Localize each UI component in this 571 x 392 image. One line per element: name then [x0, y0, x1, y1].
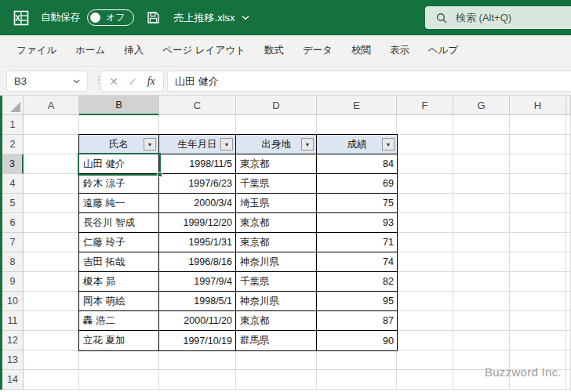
cell-C14[interactable]: [159, 370, 236, 390]
cell-F3[interactable]: [397, 154, 453, 174]
cell-H1[interactable]: [510, 115, 566, 135]
menu-tab-5[interactable]: データ: [293, 44, 342, 57]
cell-H3[interactable]: [510, 154, 566, 174]
row-header-3[interactable]: 3: [2, 154, 24, 174]
table-cell[interactable]: 1999/12/20: [159, 213, 236, 233]
table-header-3[interactable]: 成績▼: [317, 135, 397, 154]
cell-A1[interactable]: [24, 115, 79, 135]
menu-tab-6[interactable]: 校閲: [342, 44, 380, 57]
cell-C1[interactable]: [159, 115, 236, 135]
table-cell[interactable]: 神奈川県: [236, 292, 317, 311]
menu-tab-4[interactable]: 数式: [255, 44, 293, 57]
menu-tab-8[interactable]: ヘルプ: [419, 44, 467, 57]
cell-F4[interactable]: [397, 174, 453, 194]
cell-H6[interactable]: [510, 213, 566, 233]
filter-button[interactable]: ▼: [382, 138, 395, 151]
column-header-B[interactable]: B: [79, 96, 159, 115]
cell-F1[interactable]: [397, 115, 453, 135]
menu-tab-7[interactable]: 表示: [380, 44, 419, 57]
search-input[interactable]: [456, 12, 562, 24]
table-cell[interactable]: 千葉県: [236, 174, 317, 194]
menu-tab-2[interactable]: 挿入: [115, 44, 153, 57]
cell-F5[interactable]: [397, 194, 453, 213]
table-cell[interactable]: 75: [317, 194, 397, 213]
cell-G4[interactable]: [453, 174, 510, 194]
table-cell[interactable]: 立花 夏加: [79, 331, 159, 350]
cell-A5[interactable]: [24, 194, 79, 213]
cell-H9[interactable]: [510, 272, 566, 292]
table-cell[interactable]: 93: [317, 213, 397, 233]
cell-A2[interactable]: [24, 135, 79, 154]
table-cell[interactable]: 90: [317, 331, 397, 350]
cell-G9[interactable]: [453, 272, 510, 292]
cell-F10[interactable]: [397, 292, 453, 311]
row-header-10[interactable]: 10: [2, 292, 24, 311]
table-cell[interactable]: 1995/1/31: [159, 233, 236, 252]
cell-A4[interactable]: [24, 174, 79, 194]
table-cell[interactable]: 東京都: [236, 154, 317, 174]
cell-D13[interactable]: [236, 350, 317, 370]
cell-F2[interactable]: [397, 135, 453, 154]
row-header-5[interactable]: 5: [2, 194, 24, 213]
table-cell[interactable]: 岡本 萌絵: [79, 292, 159, 311]
cell-D1[interactable]: [236, 115, 317, 135]
cell-F12[interactable]: [397, 331, 453, 350]
cell-E14[interactable]: [317, 370, 397, 390]
insert-function-icon[interactable]: fx: [147, 75, 155, 88]
row-header-6[interactable]: 6: [2, 213, 24, 233]
cell-A6[interactable]: [24, 213, 79, 233]
cell-G7[interactable]: [453, 233, 510, 252]
table-cell[interactable]: 1998/11/5: [159, 154, 236, 174]
cell-H12[interactable]: [510, 331, 566, 350]
table-cell[interactable]: 69: [317, 174, 397, 194]
table-cell[interactable]: 1997/6/23: [159, 174, 236, 194]
name-box[interactable]: B3: [6, 71, 88, 92]
row-header-12[interactable]: 12: [2, 331, 24, 350]
filter-button[interactable]: ▼: [220, 138, 233, 151]
row-header-2[interactable]: 2: [2, 135, 24, 154]
table-cell[interactable]: 埼玉県: [236, 194, 317, 213]
autosave-toggle[interactable]: オフ: [87, 9, 134, 26]
row-header-13[interactable]: 13: [2, 350, 24, 370]
column-header-H[interactable]: H: [510, 96, 566, 115]
table-cell[interactable]: 吉田 拓哉: [79, 252, 159, 272]
table-header-2[interactable]: 出身地▼: [236, 135, 317, 154]
column-header-D[interactable]: D: [236, 96, 317, 115]
row-header-1[interactable]: 1: [2, 115, 24, 135]
column-header-G[interactable]: G: [453, 96, 510, 115]
table-cell[interactable]: 84: [317, 154, 397, 174]
cell-E1[interactable]: [317, 115, 397, 135]
cell-B14[interactable]: [79, 370, 159, 390]
table-cell[interactable]: 74: [317, 252, 397, 272]
table-cell[interactable]: 2000/11/20: [159, 311, 236, 331]
cell-F11[interactable]: [397, 311, 453, 331]
table-header-1[interactable]: 生年月日▼: [159, 135, 236, 154]
cell-A12[interactable]: [24, 331, 79, 350]
filename-dropdown[interactable]: 売上推移.xlsx: [174, 11, 249, 25]
table-cell[interactable]: 鈴木 涼子: [79, 174, 159, 194]
filter-button[interactable]: ▼: [301, 138, 314, 151]
filter-button[interactable]: ▼: [144, 138, 156, 151]
table-cell[interactable]: 遠藤 純一: [79, 194, 159, 213]
row-header-7[interactable]: 7: [2, 233, 24, 252]
cell-D14[interactable]: [236, 370, 317, 390]
table-header-0[interactable]: 氏名▼: [79, 135, 159, 154]
column-header-F[interactable]: F: [397, 96, 453, 115]
table-cell[interactable]: 1998/5/1: [159, 292, 236, 311]
table-cell[interactable]: 71: [317, 233, 397, 252]
table-cell[interactable]: 82: [317, 272, 397, 292]
menu-tab-1[interactable]: ホーム: [66, 44, 115, 57]
cell-F13[interactable]: [397, 350, 453, 370]
cell-H10[interactable]: [510, 292, 566, 311]
cell-A3[interactable]: [24, 154, 79, 174]
row-header-4[interactable]: 4: [2, 174, 24, 194]
check-icon[interactable]: ✓: [128, 75, 137, 88]
cell-G5[interactable]: [453, 194, 510, 213]
table-cell[interactable]: 群馬県: [236, 331, 317, 350]
cell-H8[interactable]: [510, 252, 566, 272]
table-cell[interactable]: 87: [317, 311, 397, 331]
cell-A8[interactable]: [24, 252, 79, 272]
cell-G6[interactable]: [453, 213, 510, 233]
table-cell[interactable]: 1997/10/19: [159, 331, 236, 350]
menu-tab-0[interactable]: ファイル: [7, 44, 66, 57]
